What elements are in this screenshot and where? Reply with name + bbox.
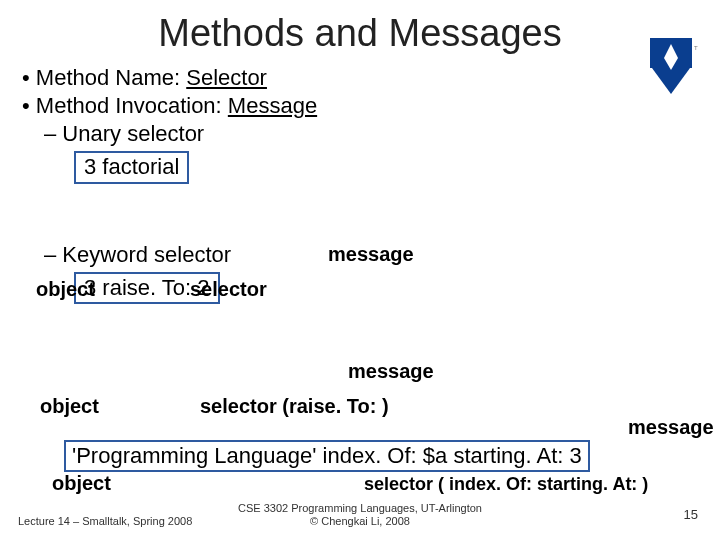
underlined-word: Selector — [186, 65, 267, 90]
bullet-method-invocation: Method Invocation: Message — [22, 93, 720, 119]
label-selector: selector — [190, 278, 267, 301]
footer-center-l1: CSE 3302 Programming Languages, UT-Arlin… — [238, 502, 482, 514]
label-object-3: object — [52, 472, 111, 495]
slide-title: Methods and Messages — [0, 12, 720, 55]
bullet-list: Method Name: Selector Method Invocation:… — [22, 65, 720, 304]
slide-number: 15 — [684, 507, 698, 522]
bullet-text: Method Name: — [36, 65, 186, 90]
label-object-2: object — [40, 395, 99, 418]
uta-logo: TM — [644, 38, 698, 102]
label-object: object — [36, 278, 95, 301]
footer-left: Lecture 14 – Smalltalk, Spring 2008 — [18, 515, 192, 528]
bullet-text: Method Invocation: — [36, 93, 228, 118]
label-selector-raise: selector (raise. To: ) — [200, 395, 389, 418]
subbullet-unary: Unary selector — [44, 121, 720, 147]
svg-marker-1 — [652, 68, 690, 94]
svg-text:TM: TM — [694, 45, 698, 51]
label-selector-long: selector ( index. Of: starting. At: ) — [364, 474, 648, 495]
label-message: message — [328, 243, 414, 266]
code-long: 'Programming Language' index. Of: $a sta… — [64, 440, 590, 472]
label-message-3: message — [628, 416, 714, 439]
footer-center: CSE 3302 Programming Languages, UT-Arlin… — [238, 502, 482, 528]
code-unary: 3 factorial — [74, 151, 189, 184]
footer-center-l2: © Chengkai Li, 2008 — [310, 515, 410, 527]
underlined-word: Message — [228, 93, 317, 118]
label-message-2: message — [348, 360, 434, 383]
bullet-method-name: Method Name: Selector — [22, 65, 720, 91]
